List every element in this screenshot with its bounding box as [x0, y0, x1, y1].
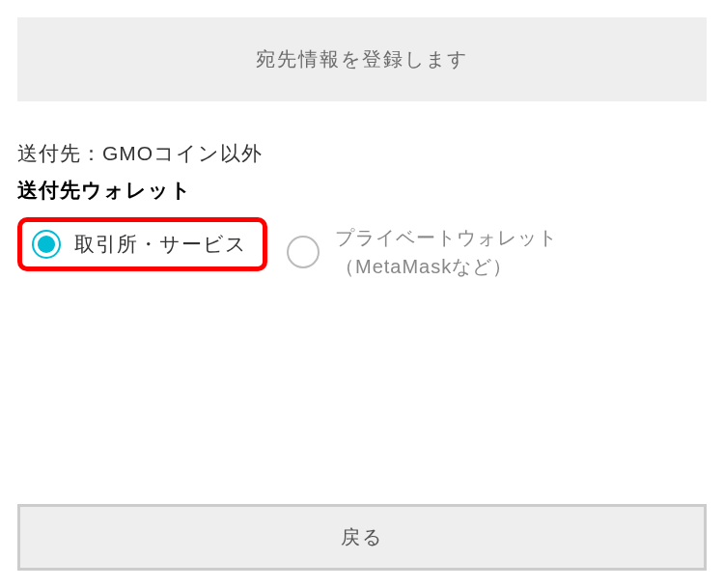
wallet-section-label: 送付先ウォレット	[17, 177, 707, 204]
radio-unselected-icon	[287, 236, 320, 268]
footer: 戻る	[17, 504, 707, 571]
back-button-label: 戻る	[341, 526, 383, 547]
option-private-label: プライベートウォレット（MetaMaskなど）	[335, 223, 625, 281]
wallet-options-row: 取引所・サービス プライベートウォレット（MetaMaskなど）	[17, 217, 707, 281]
destination-label: 送付先：GMOコイン以外	[17, 140, 707, 167]
radio-selected-icon	[32, 230, 61, 259]
option-private-wallet[interactable]: プライベートウォレット（MetaMaskなど）	[287, 217, 625, 281]
header-bar: 宛先情報を登録します	[17, 17, 707, 101]
radio-inner-dot-icon	[38, 236, 55, 253]
option-exchange-service[interactable]: 取引所・サービス	[17, 217, 267, 271]
option-exchange-label: 取引所・サービス	[74, 231, 247, 258]
back-button[interactable]: 戻る	[17, 504, 707, 571]
content-area: 送付先：GMOコイン以外 送付先ウォレット 取引所・サービス プライベートウォレ…	[0, 101, 724, 281]
page-title: 宛先情報を登録します	[17, 46, 707, 72]
